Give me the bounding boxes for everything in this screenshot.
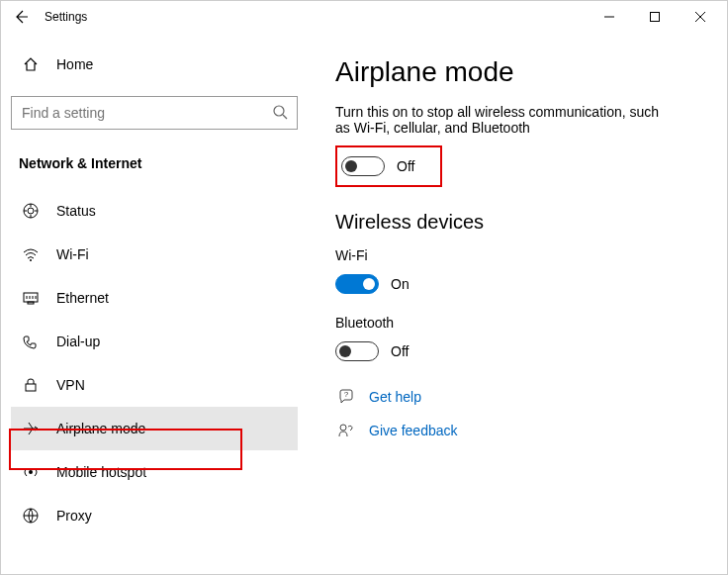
proxy-icon (19, 507, 43, 525)
wireless-devices-heading: Wireless devices (335, 211, 699, 234)
svg-point-4 (30, 259, 32, 261)
home-label: Home (56, 56, 93, 72)
svg-point-8 (29, 470, 33, 474)
svg-rect-6 (28, 302, 34, 304)
give-feedback-label: Give feedback (369, 423, 458, 438)
airplane-mode-state: Off (397, 158, 414, 174)
highlight-toggle: Off (335, 145, 442, 187)
help-icon: ? (335, 389, 357, 405)
sidebar-item-airplane[interactable]: Airplane mode (11, 407, 298, 450)
back-button[interactable] (5, 1, 37, 33)
sidebar-item-status[interactable]: Status (11, 189, 298, 233)
sidebar-item-label: Wi-Fi (56, 246, 89, 262)
dialup-icon (19, 333, 43, 350)
maximize-icon (650, 12, 660, 22)
titlebar: Settings (1, 1, 727, 33)
svg-point-3 (28, 208, 34, 214)
sidebar-item-wifi[interactable]: Wi-Fi (11, 233, 298, 276)
category-title: Network & Internet (11, 147, 298, 189)
maximize-button[interactable] (632, 1, 678, 33)
give-feedback-link[interactable]: Give feedback (335, 418, 699, 443)
sidebar-item-label: Proxy (56, 508, 92, 524)
status-icon (19, 202, 43, 220)
page-title: Airplane mode (335, 56, 699, 88)
sidebar-item-label: Mobile hotspot (56, 464, 146, 480)
search-input[interactable] (11, 96, 298, 130)
airplane-icon (19, 420, 43, 437)
sidebar-item-ethernet[interactable]: Ethernet (11, 276, 298, 320)
minimize-button[interactable] (587, 1, 632, 33)
svg-point-1 (274, 106, 284, 116)
svg-text:?: ? (344, 390, 349, 399)
wifi-toggle[interactable] (335, 274, 379, 294)
svg-rect-0 (651, 13, 660, 22)
svg-rect-7 (26, 384, 36, 391)
sidebar-item-label: Ethernet (56, 290, 109, 306)
bluetooth-toggle[interactable] (335, 341, 379, 361)
sidebar: Home Network & Internet Status Wi-Fi Eth… (1, 33, 308, 574)
feedback-icon (335, 423, 357, 438)
page-description: Turn this on to stop all wireless commun… (335, 104, 672, 136)
get-help-label: Get help (369, 389, 421, 405)
sidebar-item-label: Dial-up (56, 334, 100, 349)
close-icon (695, 12, 705, 22)
svg-point-11 (340, 425, 346, 431)
sidebar-item-vpn[interactable]: VPN (11, 363, 298, 407)
window-title: Settings (45, 10, 87, 24)
vpn-icon (19, 376, 43, 394)
sidebar-item-hotspot[interactable]: Mobile hotspot (11, 450, 298, 494)
bluetooth-state: Off (391, 343, 409, 359)
search-icon (272, 104, 288, 124)
close-button[interactable] (678, 1, 723, 33)
wifi-device-label: Wi-Fi (335, 247, 699, 263)
sidebar-item-proxy[interactable]: Proxy (11, 494, 298, 537)
bluetooth-device-label: Bluetooth (335, 315, 699, 331)
ethernet-icon (19, 289, 43, 307)
minimize-icon (604, 12, 614, 22)
airplane-mode-toggle[interactable] (341, 156, 385, 176)
sidebar-item-label: Status (56, 203, 96, 219)
search-box[interactable] (11, 96, 298, 130)
wifi-state: On (391, 276, 410, 292)
sidebar-item-dialup[interactable]: Dial-up (11, 320, 298, 363)
sidebar-item-label: Airplane mode (56, 421, 145, 436)
arrow-left-icon (13, 9, 29, 25)
home-button[interactable]: Home (11, 45, 298, 84)
wifi-icon (19, 245, 43, 263)
sidebar-item-label: VPN (56, 377, 85, 393)
main-panel: Airplane mode Turn this on to stop all w… (308, 33, 727, 574)
hotspot-icon (19, 463, 43, 481)
home-icon (19, 56, 43, 72)
get-help-link[interactable]: ? Get help (335, 384, 699, 410)
